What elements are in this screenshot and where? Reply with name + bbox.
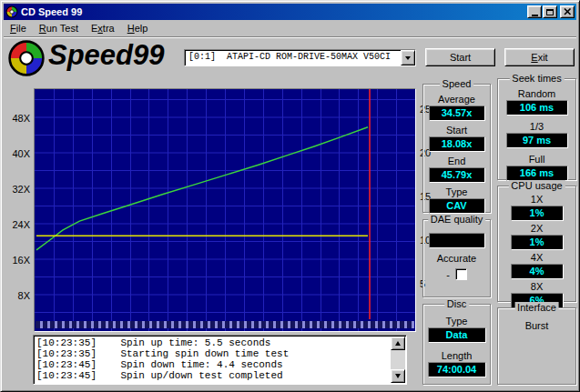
field-label: Random xyxy=(498,88,575,99)
field-label: 1/3 xyxy=(498,121,575,132)
menubar: File Run Test Extra Help xyxy=(4,20,576,37)
field-label: Start xyxy=(423,125,490,136)
maximize-button[interactable] xyxy=(543,5,557,18)
lcd-value: 4% xyxy=(511,264,564,279)
minimize-button[interactable] xyxy=(527,5,542,18)
close-button[interactable] xyxy=(560,5,575,18)
scroll-up-button[interactable] xyxy=(391,337,405,350)
panel-disc: Disc Type Data Length 74:00.04 xyxy=(422,304,491,385)
lcd-value: 97 ms xyxy=(506,133,568,148)
field-label: 8X xyxy=(498,281,575,292)
burst-label: Burst xyxy=(498,320,575,331)
logo-text: Speed99 xyxy=(48,39,165,72)
chevron-down-icon xyxy=(405,56,411,60)
lcd-value: 34.57x xyxy=(429,106,485,121)
window-title: CD Speed 99 xyxy=(21,6,82,17)
axis-label: 16X xyxy=(5,255,30,266)
lcd-value: 45.79x xyxy=(429,167,485,183)
menu-item-help[interactable]: Help xyxy=(121,20,155,36)
lcd-value: 18.08x xyxy=(429,136,485,152)
arrow-up-icon xyxy=(395,341,401,346)
field-label: Type xyxy=(423,186,490,197)
field-label: 4X xyxy=(498,252,575,263)
accurate-label: Accurate xyxy=(423,253,490,264)
lcd-value: 1% xyxy=(511,235,564,250)
accurate-checkbox[interactable] xyxy=(455,268,467,280)
panel-seek-times: Seek times Random 106 ms 1/3 97 ms Full … xyxy=(497,78,576,180)
panel-speed: Speed Average 34.57x Start 18.08x End 45… xyxy=(422,84,491,213)
panel-cpu-usage: CPU usage 1X 1% 2X 1% 4X 4% 8X 6% xyxy=(497,186,576,302)
lcd-value: 74:00.04 xyxy=(428,362,486,377)
app-window: CD Speed 99 File Run Test Extra Help Spe… xyxy=(0,0,580,392)
cd-logo-icon xyxy=(6,39,46,77)
drive-combobox[interactable]: [0:1] ATAPI-CD ROM-DRIVE-50MAX V50CI xyxy=(184,49,416,66)
panel-interface: Interface Burst xyxy=(497,307,576,385)
combobox-dropdown-button[interactable] xyxy=(401,50,415,65)
menu-item-file[interactable]: File xyxy=(4,20,33,36)
speed-chart xyxy=(34,88,416,332)
dae-dash-label: - xyxy=(446,269,450,280)
maximize-icon xyxy=(546,9,554,15)
axis-label: 8X xyxy=(5,290,30,301)
field-label: Type xyxy=(423,316,490,327)
lcd-value: 166 ms xyxy=(506,166,568,181)
log-panel: [10:23:35] Spin up time: 5.5 seconds [10… xyxy=(33,335,407,385)
app-cd-icon xyxy=(5,5,18,18)
menu-item-extra[interactable]: Extra xyxy=(85,20,121,36)
log-text: [10:23:35] Spin up time: 5.5 seconds [10… xyxy=(36,337,390,383)
log-scrollbar[interactable] xyxy=(391,337,405,383)
exit-button[interactable]: Exit xyxy=(504,48,575,66)
axis-label: 48X xyxy=(5,113,30,124)
menu-item-run-test[interactable]: Run Test xyxy=(33,20,85,36)
panel-title: CPU usage xyxy=(508,180,565,191)
panel-title: DAE quality xyxy=(428,214,485,225)
field-label: End xyxy=(423,156,490,166)
field-label: Full xyxy=(498,154,575,165)
lcd-value: 1% xyxy=(511,206,564,221)
panel-title: Seek times xyxy=(509,73,564,84)
field-label: Average xyxy=(423,94,490,105)
panel-title: Disc xyxy=(444,298,469,309)
lcd-value: CAV xyxy=(429,198,485,214)
axis-label: 32X xyxy=(5,184,30,195)
axis-label: 24X xyxy=(5,219,30,230)
start-button[interactable]: Start xyxy=(425,48,495,66)
field-label: 2X xyxy=(498,223,575,234)
titlebar[interactable]: CD Speed 99 xyxy=(4,4,576,20)
field-label: Length xyxy=(423,350,490,361)
scroll-down-button[interactable] xyxy=(391,369,405,383)
close-icon xyxy=(564,8,572,15)
panel-dae-quality: DAE quality Accurate - xyxy=(422,219,491,297)
panel-title: Interface xyxy=(514,302,559,313)
speed-chart-svg xyxy=(35,89,415,331)
lcd-value: 106 ms xyxy=(506,100,568,116)
arrow-down-icon xyxy=(395,374,401,378)
minimize-icon xyxy=(532,15,538,16)
panel-title: Speed xyxy=(440,78,474,89)
field-label: 1X xyxy=(498,194,575,205)
drive-combobox-value: [0:1] ATAPI-CD ROM-DRIVE-50MAX V50CI xyxy=(185,50,401,65)
lcd-value: Data xyxy=(428,327,486,343)
lcd-value xyxy=(429,233,485,248)
axis-label: 40X xyxy=(5,148,30,159)
